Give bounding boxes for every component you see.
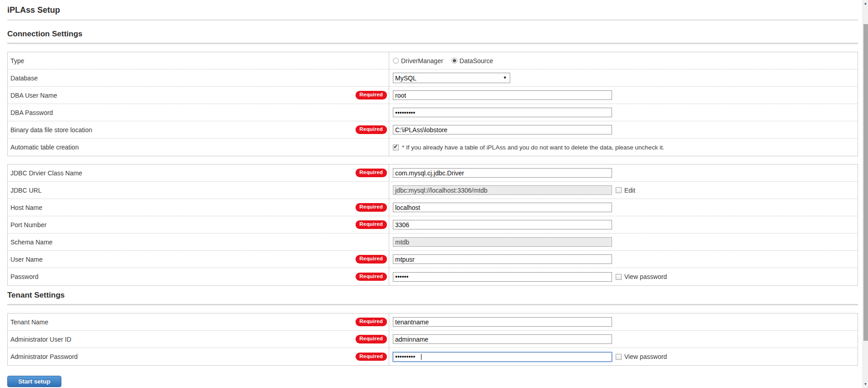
required-badge: Required	[356, 220, 387, 229]
host-name-label: Host Name	[10, 204, 42, 211]
required-badge: Required	[356, 353, 387, 361]
required-badge: Required	[356, 125, 387, 134]
port-number-input[interactable]	[393, 220, 612, 229]
view-admin-password-label[interactable]: View password	[624, 353, 667, 360]
host-name-input[interactable]	[393, 203, 612, 212]
tenant-name-input[interactable]	[393, 317, 612, 327]
jdbc-url-edit-checkbox[interactable]	[616, 187, 622, 193]
type-label: Type	[10, 57, 24, 65]
required-badge: Required	[356, 273, 387, 281]
database-select-wrap: MySQL ▼	[393, 73, 510, 83]
password-label: Password	[10, 273, 38, 280]
radio-drivermanager-label: DriverManager	[401, 57, 443, 65]
view-password-label[interactable]: View password	[624, 273, 667, 280]
scrollbar-thumb[interactable]	[863, 24, 868, 341]
table-row-password: Password Required View password	[8, 268, 858, 285]
auto-table-checkbox[interactable]	[393, 144, 399, 150]
page-content: iPLAss Setup Connection Settings Type Dr…	[7, 0, 858, 387]
vertical-scrollbar[interactable]: ▲ ▼	[863, 0, 868, 388]
dba-password-input[interactable]	[393, 108, 612, 117]
admin-password-input[interactable]	[393, 352, 612, 362]
required-badge: Required	[356, 255, 387, 264]
table-row-host-name: Host Name Required	[8, 199, 858, 216]
table-row-database: Database MySQL ▼	[8, 70, 858, 87]
admin-password-label: Administrator Password	[10, 353, 78, 360]
table-row-dba-password: DBA Password	[8, 104, 858, 121]
radio-drivermanager[interactable]: DriverManager	[393, 57, 443, 65]
scrollbar-up-arrow-icon[interactable]: ▲	[863, 2, 868, 5]
table-row-schema-name: Schema Name	[8, 234, 858, 251]
dba-password-label: DBA Password	[10, 109, 53, 116]
auto-table-note: * If you already have a table of iPLAss …	[402, 144, 664, 151]
dba-user-name-label: DBA User Name	[10, 92, 57, 99]
required-badge: Required	[356, 203, 387, 212]
view-password-checkbox[interactable]	[616, 274, 622, 280]
radio-datasource[interactable]: DataSource	[452, 57, 493, 65]
section-connection-settings: Connection Settings	[7, 20, 858, 44]
table-row-auto-table-creation: Automatic table creation * If you alread…	[8, 139, 858, 156]
binary-location-label: Binary data file store location	[10, 126, 92, 134]
table-row-user-name: User Name Required	[8, 251, 858, 268]
table-row-admin-user-id: Administrator User ID Required	[8, 331, 858, 348]
required-badge: Required	[356, 169, 387, 177]
schema-name-label: Schema Name	[10, 239, 53, 246]
admin-user-id-input[interactable]	[393, 334, 612, 344]
user-name-input[interactable]	[393, 254, 612, 264]
table-row-jdbc-driver-class: JDBC Drvier Class Name Required	[8, 164, 858, 182]
admin-user-id-label: Administrator User ID	[10, 336, 71, 343]
table-row-port-number: Port Number Required	[8, 216, 858, 234]
view-admin-password-checkbox[interactable]	[616, 354, 622, 360]
auto-table-creation-label: Automatic table creation	[10, 144, 79, 151]
user-name-label: User Name	[10, 256, 43, 263]
database-select[interactable]: MySQL	[393, 73, 510, 83]
table-row-binary-location: Binary data file store location Required	[8, 121, 858, 139]
table-row-type: Type DriverManager DataSource	[8, 52, 858, 70]
table-row-tenant-name: Tenant Name Required	[8, 313, 858, 331]
jdbc-driver-class-label: JDBC Drvier Class Name	[10, 169, 82, 177]
jdbc-url-input	[393, 185, 612, 195]
jdbc-url-edit-label[interactable]: Edit	[624, 187, 635, 194]
database-label: Database	[10, 75, 38, 82]
tenant-name-label: Tenant Name	[10, 318, 48, 326]
table-row-admin-password: Administrator Password Required View pas…	[8, 348, 858, 365]
start-setup-button[interactable]: Start setup	[7, 376, 61, 387]
radio-checked-icon	[452, 58, 457, 64]
section-tenant-settings: Tenant Settings	[7, 286, 858, 305]
port-number-label: Port Number	[10, 221, 46, 229]
binary-location-input[interactable]	[393, 125, 612, 134]
dba-user-name-input[interactable]	[393, 90, 612, 100]
jdbc-settings-table: JDBC Drvier Class Name Required JDBC URL…	[7, 164, 858, 286]
page-title: iPLAss Setup	[7, 0, 858, 20]
tenant-settings-table: Tenant Name Required Administrator User …	[7, 313, 858, 366]
required-badge: Required	[356, 91, 387, 99]
scrollbar-down-arrow-icon[interactable]: ▼	[863, 383, 868, 386]
table-row-jdbc-url: JDBC URL Edit	[8, 182, 858, 199]
password-input[interactable]	[393, 272, 612, 282]
radio-datasource-label: DataSource	[460, 57, 493, 65]
radio-unchecked-icon	[393, 58, 399, 64]
text-caret	[421, 354, 421, 360]
required-badge: Required	[356, 318, 387, 326]
jdbc-url-label: JDBC URL	[10, 187, 41, 194]
table-row-dba-user-name: DBA User Name Required	[8, 87, 858, 104]
required-badge: Required	[356, 335, 387, 343]
schema-name-input	[393, 237, 612, 247]
jdbc-driver-class-input[interactable]	[393, 168, 612, 178]
connection-basic-table: Type DriverManager DataSource Database	[7, 52, 858, 156]
